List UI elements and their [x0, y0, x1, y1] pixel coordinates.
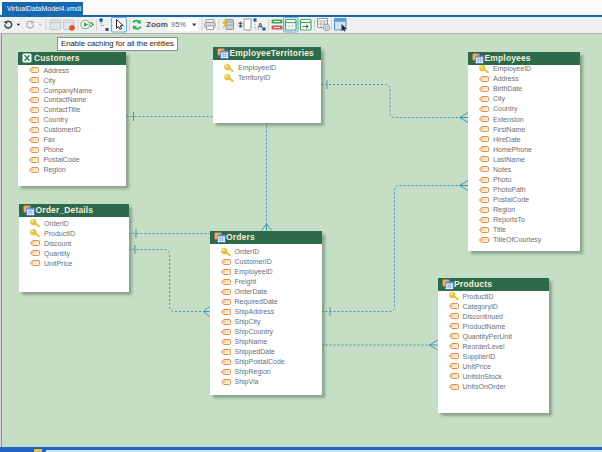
svg-text:95%: 95%	[171, 20, 186, 29]
svg-text:Zoom: Zoom	[146, 20, 168, 29]
